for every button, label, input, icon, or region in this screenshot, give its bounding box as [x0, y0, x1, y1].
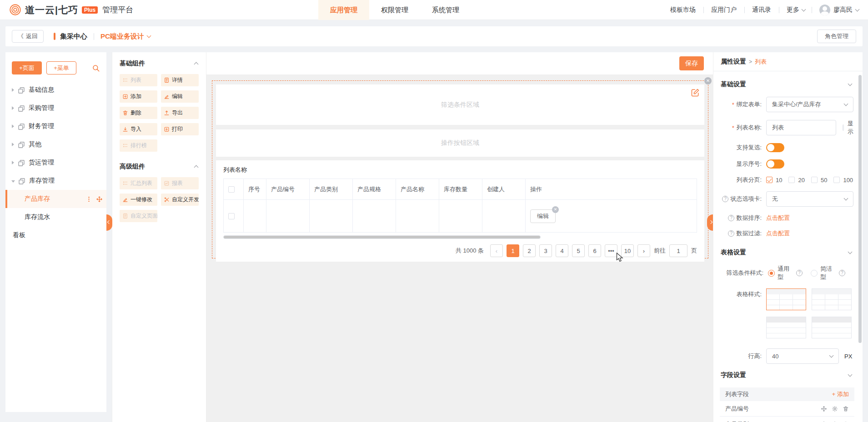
filter-zone[interactable]: 筛选条件区域 — [216, 84, 704, 125]
page-button-3[interactable]: 3 — [539, 244, 552, 257]
top-link-模板市场[interactable]: 模板市场 — [662, 6, 703, 14]
component-删除[interactable]: 删除 — [120, 107, 157, 119]
checkbox[interactable] — [766, 177, 773, 183]
goto-page-input[interactable] — [669, 244, 687, 257]
tree-item-财务管理[interactable]: 财务管理 — [5, 117, 106, 135]
row-checkbox[interactable] — [228, 213, 235, 219]
caret-down-icon[interactable] — [11, 180, 15, 183]
component-自定义开发[interactable]: 自定义开发 — [161, 194, 199, 206]
page-button-6[interactable]: 6 — [588, 244, 601, 257]
caret-right-icon[interactable] — [12, 161, 14, 164]
page-size-option-10[interactable]: 10 — [766, 177, 782, 184]
page-size-option-100[interactable]: 100 — [833, 177, 853, 184]
select-all-checkbox[interactable] — [228, 186, 235, 193]
component-添加[interactable]: 添加 — [120, 90, 157, 103]
page-size-option-20[interactable]: 20 — [788, 177, 804, 184]
component-导入[interactable]: 导入 — [120, 123, 157, 135]
horizontal-scrollbar-thumb[interactable] — [223, 235, 541, 239]
page-button-4[interactable]: 4 — [556, 244, 568, 257]
row-edit-button[interactable]: 编辑 ✕ — [530, 209, 556, 223]
save-button[interactable]: 保存 — [679, 56, 704, 70]
row-height-select[interactable]: 40 — [766, 348, 839, 364]
more-menu[interactable]: 更多 — [779, 6, 812, 14]
top-link-应用门户[interactable]: 应用门户 — [703, 6, 744, 14]
checkbox[interactable] — [788, 177, 795, 183]
show-title-checkbox[interactable] — [843, 124, 844, 131]
page-button-10[interactable]: 10 — [621, 244, 634, 257]
component-一键修改[interactable]: 一键修改 — [120, 194, 157, 206]
data-filter-configure-link[interactable]: 点击配置 — [766, 229, 790, 238]
checkbox[interactable] — [811, 177, 818, 183]
next-page-button[interactable]: › — [637, 244, 650, 257]
add-field-link[interactable]: + 添加 — [832, 390, 849, 398]
tree-item-库存流水[interactable]: 库存流水 — [5, 208, 106, 226]
inspector-scrollbar-thumb[interactable] — [858, 75, 862, 343]
top-tab-系统管理[interactable]: 系统管理 — [420, 0, 471, 20]
help-icon[interactable]: ? — [839, 270, 845, 276]
tree-item-产品库存[interactable]: 产品库存 — [5, 190, 106, 208]
basic-settings-header[interactable]: 基础设置 — [721, 80, 853, 89]
help-icon[interactable]: ? — [722, 196, 728, 202]
help-icon[interactable]: ? — [796, 270, 803, 276]
tree-item-货运管理[interactable]: 货运管理 — [5, 154, 106, 172]
radio[interactable] — [811, 270, 818, 277]
page-size-option-50[interactable]: 50 — [811, 177, 827, 184]
remove-action-icon[interactable]: ✕ — [552, 206, 559, 213]
top-link-通讯录[interactable]: 通讯录 — [744, 6, 779, 14]
filter-style-option-简洁型[interactable]: 简洁型? — [811, 265, 845, 281]
table-settings-header[interactable]: 表格设置 — [721, 248, 853, 257]
collapse-inspector-handle[interactable] — [707, 214, 713, 231]
show-index-toggle[interactable] — [766, 159, 784, 169]
add-page-button[interactable]: +页面 — [12, 61, 42, 74]
help-icon[interactable]: ? — [728, 215, 734, 221]
component-编辑[interactable]: 编辑 — [161, 90, 199, 103]
caret-right-icon[interactable] — [12, 88, 14, 92]
checkbox[interactable] — [833, 177, 840, 183]
remove-component-icon[interactable]: ✕ — [704, 77, 712, 84]
page-button-1[interactable]: 1 — [507, 244, 519, 257]
list-name-input[interactable] — [766, 120, 836, 135]
status-tab-select[interactable]: 无 — [766, 191, 853, 207]
page-button-5[interactable]: 5 — [572, 244, 585, 257]
component-导出[interactable]: 导出 — [161, 107, 199, 119]
user-menu[interactable]: 廖高民 — [812, 5, 859, 15]
multi-select-toggle[interactable] — [766, 143, 784, 152]
tree-item-基础信息[interactable]: 基础信息 — [5, 81, 106, 99]
component-打印[interactable]: 打印 — [161, 123, 199, 135]
radio[interactable] — [768, 270, 775, 277]
caret-right-icon[interactable] — [12, 106, 14, 110]
table-style-thumb-2[interactable] — [812, 288, 852, 310]
tree-item-看板[interactable]: 看板 — [5, 226, 106, 244]
table-style-thumb-3[interactable] — [766, 317, 806, 338]
table-style-thumb-4[interactable] — [812, 317, 852, 338]
data-sort-configure-link[interactable]: 点击配置 — [766, 214, 790, 222]
help-icon[interactable]: ? — [728, 230, 734, 237]
prev-page-button[interactable]: ‹ — [490, 244, 503, 257]
more-pages-button[interactable]: ••• — [605, 244, 617, 257]
field-settings-icon[interactable] — [832, 405, 838, 412]
edit-filter-icon[interactable] — [691, 88, 700, 97]
bind-form-select[interactable]: 集采中心/产品库存 — [766, 97, 853, 112]
add-menu-button[interactable]: +菜单 — [46, 61, 76, 74]
tree-item-其他[interactable]: 其他 — [5, 135, 106, 154]
caret-right-icon[interactable] — [12, 143, 14, 146]
advanced-components-header[interactable]: 高级组件 — [120, 163, 199, 171]
top-tab-应用管理[interactable]: 应用管理 — [318, 0, 369, 20]
tree-item-采购管理[interactable]: 采购管理 — [5, 99, 106, 117]
selected-list-component[interactable]: ✕ 筛选条件区域 操作按钮区域 列表名称 — [212, 80, 708, 258]
caret-right-icon[interactable] — [12, 124, 14, 128]
field-move-icon[interactable] — [821, 405, 827, 412]
role-management-button[interactable]: 角色管理 — [817, 30, 856, 43]
page-title-dropdown[interactable]: PC端业务设计 — [100, 32, 151, 41]
filter-style-option-通用型[interactable]: 通用型? — [768, 265, 803, 281]
action-buttons-zone[interactable]: 操作按钮区域 — [216, 129, 704, 157]
page-button-2[interactable]: 2 — [523, 244, 536, 257]
table-style-thumb-1[interactable] — [766, 288, 806, 310]
search-icon[interactable] — [92, 64, 100, 72]
top-tab-权限管理[interactable]: 权限管理 — [369, 0, 420, 20]
field-settings-header[interactable]: 字段设置 — [721, 371, 853, 379]
tree-item-库存管理[interactable]: 库存管理 — [5, 172, 106, 190]
field-delete-icon[interactable] — [843, 405, 849, 412]
basic-components-header[interactable]: 基础组件 — [120, 60, 199, 68]
component-详情[interactable]: 详情 — [161, 74, 199, 86]
